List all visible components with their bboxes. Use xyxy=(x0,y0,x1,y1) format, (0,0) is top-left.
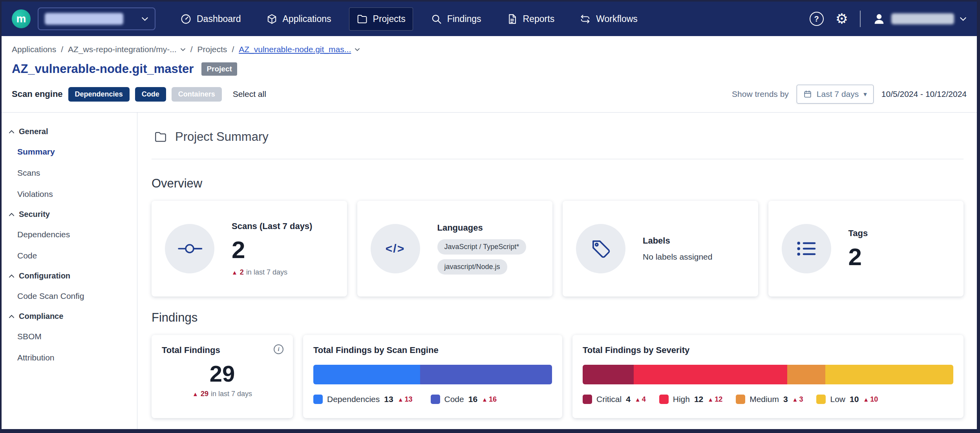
folder-icon xyxy=(154,130,167,144)
bar-segment-critical xyxy=(583,365,634,384)
label-tag-icon xyxy=(576,224,625,273)
projects-icon xyxy=(357,13,368,25)
severity-legend: Critical 4 ▲4 High 12 ▲12 Medium xyxy=(583,395,953,404)
show-trends-label: Show trends by xyxy=(732,89,789,99)
legend-count: 16 xyxy=(468,395,477,404)
sidebar-item-attribution[interactable]: Attribution xyxy=(2,347,137,368)
breadcrumb-projects[interactable]: Projects xyxy=(197,45,227,54)
sidebar-item-code[interactable]: Code xyxy=(2,245,137,266)
scans-trend: ▲ 2 in last 7 days xyxy=(232,268,287,277)
card-title: Scans (Last 7 days) xyxy=(232,221,312,231)
redacted-workspace-name xyxy=(45,13,123,25)
select-all-link[interactable]: Select all xyxy=(233,89,266,99)
total-findings-trend: ▲ 29 in last 7 days xyxy=(162,390,283,398)
mend-logo[interactable]: m xyxy=(12,9,31,28)
legend-low: Low 10 ▲10 xyxy=(816,395,878,404)
sidebar-section-title: Compliance xyxy=(19,312,63,321)
trend-up-icon: ▲ xyxy=(708,396,713,403)
nav-item-reports[interactable]: Reports xyxy=(499,7,562,31)
nav-item-label: Dashboard xyxy=(197,14,241,24)
settings-gear-icon[interactable]: ⚙ xyxy=(836,12,848,26)
nav-item-findings[interactable]: Findings xyxy=(423,7,489,31)
legend-code: Code 16 ▲16 xyxy=(431,395,497,404)
sidebar-section-security[interactable]: Security xyxy=(2,205,137,224)
breadcrumb-application-current[interactable]: AZ_ws-repo-integration/my-... xyxy=(68,45,186,54)
card-title: Total Findings by Severity xyxy=(583,345,953,355)
engine-pill-code[interactable]: Code xyxy=(135,87,166,102)
card-title: Total Findings xyxy=(162,345,283,355)
main-content: Project Summary Overview Scans (Last 7 d… xyxy=(137,113,977,429)
legend-trend: ▲10 xyxy=(863,395,878,404)
nav-item-label: Reports xyxy=(523,14,555,24)
chevron-up-icon xyxy=(9,274,15,278)
legend-swatch xyxy=(816,395,826,404)
nav-item-applications[interactable]: Applications xyxy=(259,7,339,31)
trend-suffix: in last 7 days xyxy=(246,268,287,277)
card-title: Total Findings by Scan Engine xyxy=(313,345,552,355)
info-icon[interactable]: i xyxy=(274,344,283,354)
sidebar-section-compliance[interactable]: Compliance xyxy=(2,307,137,326)
user-menu[interactable] xyxy=(872,12,967,25)
engine-pill-dependencies[interactable]: Dependencies xyxy=(68,87,130,102)
scan-node-glyph xyxy=(177,236,202,261)
chevron-down-icon xyxy=(141,17,148,21)
breadcrumb-applications[interactable]: Applications xyxy=(12,45,56,54)
trends-controls: Show trends by Last 7 days ▾ 10/5/2024 -… xyxy=(732,85,967,104)
nav-item-workflows[interactable]: Workflows xyxy=(572,7,645,31)
languages-card: </> Languages JavaScript / TypeScript* j… xyxy=(357,201,553,297)
findings-section-title: Findings xyxy=(152,311,964,325)
trend-value: 12 xyxy=(715,395,722,404)
legend-trend: ▲4 xyxy=(635,395,646,404)
workspace-selector[interactable] xyxy=(38,7,155,30)
chevron-up-icon xyxy=(9,130,15,134)
page-title: AZ_vulnerable-node.git_master xyxy=(12,62,194,76)
card-title: Labels xyxy=(643,236,670,246)
nav-item-label: Findings xyxy=(447,14,481,24)
legend-label: Code xyxy=(444,395,464,404)
sidebar-item-scans[interactable]: Scans xyxy=(2,162,137,184)
trend-up-icon: ▲ xyxy=(482,396,488,403)
sidebar-section-general[interactable]: General xyxy=(2,122,137,141)
divider xyxy=(860,11,861,27)
trend-value: 3 xyxy=(799,395,803,404)
help-icon[interactable]: ? xyxy=(810,12,824,26)
trend-up-icon: ▲ xyxy=(635,396,641,403)
sidebar-item-code-scan-config[interactable]: Code Scan Config xyxy=(2,286,137,307)
chevron-down-icon xyxy=(180,48,186,51)
calendar-icon xyxy=(803,90,812,98)
trend-value: 13 xyxy=(404,395,412,404)
main-nav: Dashboard Applications Projects Findings… xyxy=(173,7,645,31)
legend-label: Critical xyxy=(596,395,622,404)
sidebar-item-summary[interactable]: Summary xyxy=(2,141,137,162)
bar-segment-low xyxy=(825,365,953,384)
trend-value: 2 xyxy=(240,268,244,277)
tags-card: Tags 2 xyxy=(768,201,964,297)
sidebar-item-dependencies[interactable]: Dependencies xyxy=(2,224,137,245)
sidebar-item-sbom[interactable]: SBOM xyxy=(2,326,137,347)
applications-icon xyxy=(266,13,278,25)
card-title: Tags xyxy=(848,228,868,238)
bar-segment-high xyxy=(634,365,787,384)
trend-period-dropdown[interactable]: Last 7 days ▾ xyxy=(797,85,874,104)
code-glyph: </> xyxy=(386,242,405,255)
trend-value: 10 xyxy=(870,395,878,404)
findings-icon xyxy=(431,13,442,25)
trend-up-icon: ▲ xyxy=(792,396,798,403)
breadcrumb-separator: / xyxy=(190,45,193,54)
nav-item-dashboard[interactable]: Dashboard xyxy=(173,7,249,31)
legend-swatch xyxy=(659,395,669,404)
breadcrumb-separator: / xyxy=(232,45,234,54)
scan-engine-bar xyxy=(313,365,552,384)
engine-pill-containers[interactable]: Containers xyxy=(172,87,222,102)
legend-swatch xyxy=(313,395,323,404)
project-summary-title: Project Summary xyxy=(175,130,269,144)
card-title: Languages xyxy=(437,223,483,233)
sidebar-section-configuration[interactable]: Configuration xyxy=(2,266,137,286)
sidebar-item-violations[interactable]: Violations xyxy=(2,184,137,205)
legend-dependencies: Dependencies 13 ▲13 xyxy=(313,395,413,404)
list-glyph xyxy=(795,238,817,260)
user-avatar-icon xyxy=(872,12,886,25)
legend-count: 13 xyxy=(384,395,393,404)
nav-item-projects[interactable]: Projects xyxy=(349,7,413,31)
breadcrumb-project-current[interactable]: AZ_vulnerable-node.git_mas... xyxy=(239,45,360,54)
